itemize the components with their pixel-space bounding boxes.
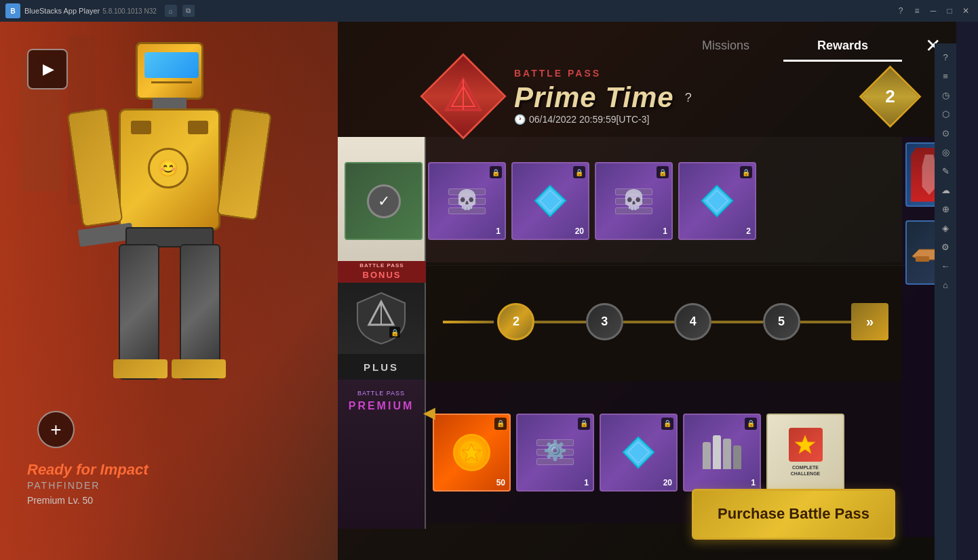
lock-icon-4: 🔒 [657,166,669,178]
lock-icon: 🔒 [490,166,502,178]
card-count-4: 1 [663,226,667,236]
home-icon[interactable]: ⌂ [165,5,177,17]
battle-pass-panel: Missions Rewards ✕ B [338,22,956,560]
plus-tier-area: 🔒 [338,283,426,354]
multi-instance-icon[interactable]: ⧉ [182,5,195,17]
level-node-2[interactable]: 2 [497,303,534,340]
lock-icon-3: 🔒 [573,166,585,178]
add-button[interactable]: + [37,411,75,448]
lock-icon-d2: 🔒 [661,418,673,430]
svg-rect-24 [916,256,929,262]
diamond-icon-5 [699,182,736,220]
reward-card-3[interactable]: 🔒 20 [511,162,589,240]
reward-card-2[interactable]: 🔒 💀 1 [428,162,506,240]
card-count-2: 1 [496,226,501,236]
gear-stacks-icon: ⚙️ [536,439,574,465]
complete-challenge-text: COMPLETECHALLENGE [783,422,828,482]
sidebar-icon-home[interactable]: ⌂ [937,277,954,293]
reward-card-complete[interactable]: COMPLETECHALLENGE [766,414,844,492]
svg-marker-16 [702,186,732,216]
svg-marker-14 [535,186,566,216]
figures-count: 1 [751,478,756,487]
premium-tier-area: BATTLE PASS PREMIUM [338,380,426,529]
character-skin-name: Ready for Impact [27,461,149,479]
close-window-btn[interactable]: ✕ [959,4,973,18]
purchase-button-text: Purchase Battle Pass [718,505,869,523]
reward-card-diamond2[interactable]: 🔒 20 [600,414,678,492]
plus-label-text: PLUS [364,361,399,373]
bonus-row: ✓ 🔒 💀 1 🔒 [338,137,956,266]
reward-card-4[interactable]: 🔒 💀 1 [595,162,673,240]
help-icon[interactable]: ? [685,91,692,105]
sidebar-icon-circle[interactable]: ⊙ [937,125,954,141]
bonus-text: BATTLE PASS BONUS [359,262,404,281]
svg-text:B: B [10,7,15,15]
sidebar-icon-menu[interactable]: ≡ [937,68,954,84]
character-class: PATHFINDER [27,480,149,491]
diamond-icon-3 [532,182,569,220]
reward-card-5[interactable]: 🔒 2 [678,162,756,240]
reward-card-1[interactable]: ✓ [345,162,423,240]
character-info: Ready for Impact PATHFINDER Premium Lv. … [27,461,149,506]
stacks-icon: 💀 [448,188,486,214]
card-count-3: 20 [575,226,584,236]
bp-header: BATTLE PASS Prime Time ? 🕐 06/14/2022 20… [426,62,916,130]
sidebar-icon-back[interactable]: ← [937,258,954,274]
sidebar-icon-hex[interactable]: ⬡ [937,106,954,122]
bp-subtitle: BATTLE PASS [514,68,851,79]
sidebar-icon-add[interactable]: ⊕ [937,201,954,217]
level-number: 2 [885,86,895,107]
lock-icon-gear: 🔒 [578,418,590,430]
lock-icon-gold: 🔒 [494,418,507,430]
purchase-button[interactable]: Purchase Battle Pass [692,489,895,540]
tab-rewards[interactable]: Rewards [783,32,902,62]
reward-card-gold[interactable]: 🔒 50 [433,414,511,492]
play-button[interactable] [27,49,68,89]
level-node-4[interactable]: 4 [674,303,711,340]
sidebar-icon-cloud[interactable]: ☁ [937,182,954,198]
svg-marker-19 [462,444,481,461]
bp-timer: 🕐 06/14/2022 20:59:59[UTC-3] [514,114,851,125]
app-name: BlueStacks App Player [24,7,100,15]
clock-icon: 🕐 [514,114,526,125]
level-node-5[interactable]: 5 [763,303,800,340]
minimize-btn[interactable]: ─ [926,4,940,18]
header-tabs: Missions Rewards [668,32,902,62]
character-area: 😊 [0,22,339,560]
help-btn[interactable]: ? [894,4,907,18]
right-sidebar: ? ≡ ◷ ⬡ ⊙ ◎ ✎ ☁ ⊕ ◈ ⚙ ← ⌂ [935,43,956,560]
app-logo: B [5,3,20,18]
apex-logo-emblem [443,76,484,117]
check-icon: ✓ [367,184,401,218]
lock-icon-5: 🔒 [740,166,752,178]
sidebar-icon-edit[interactable]: ✎ [937,163,954,179]
level-node-3[interactable]: 3 [586,303,623,340]
plus-tier-logo: 🔒 [354,289,408,347]
tier-bonus-label: BATTLE PASS BONUS [338,261,426,283]
sidebar-icon-target[interactable]: ◎ [937,144,954,160]
sidebar-icon-gear[interactable]: ⚙ [937,239,954,255]
bp-title-area: BATTLE PASS Prime Time ? 🕐 06/14/2022 20… [514,68,851,125]
svg-text:🔒: 🔒 [391,328,399,337]
level-nav-row: 2 3 4 5 » [426,262,902,381]
figures-icon [703,435,741,469]
bp-emblem [426,59,501,134]
reward-card-gear[interactable]: 🔒 ⚙️ 1 [516,414,594,492]
sidebar-icon-help[interactable]: ? [937,49,954,65]
tab-missions[interactable]: Missions [668,32,783,62]
plus-label: PLUS [338,354,426,380]
diamond-icon-p [620,434,657,471]
character-level: Premium Lv. 50 [27,495,149,506]
gear-count: 1 [584,478,589,487]
character-figure: 😊 [20,35,305,456]
titlebar: B BlueStacks App Player 5.8.100.1013 N32… [0,0,978,22]
sidebar-icon-diamond[interactable]: ◈ [937,220,954,236]
maximize-btn[interactable]: □ [943,4,956,18]
sidebar-icon-recent[interactable]: ◷ [937,87,954,103]
svg-marker-22 [795,435,815,454]
svg-marker-20 [623,437,654,468]
reward-card-figures[interactable]: 🔒 1 [683,414,761,492]
premium-label-text: PREMIUM [349,400,414,412]
forward-button[interactable]: » [851,303,888,340]
menu-btn[interactable]: ≡ [910,4,924,18]
